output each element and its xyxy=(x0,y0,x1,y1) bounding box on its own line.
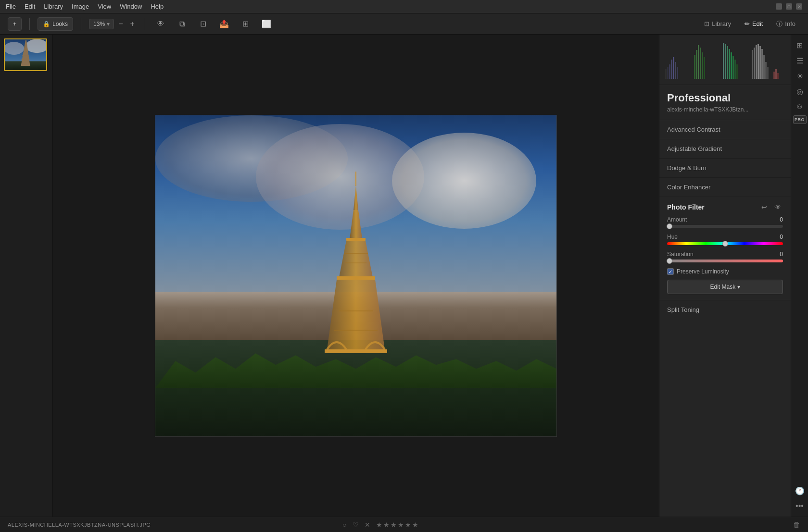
hue-slider-track[interactable] xyxy=(667,242,783,245)
svg-rect-29 xyxy=(700,48,701,79)
saturation-slider-thumb[interactable] xyxy=(667,258,672,264)
amount-label-row: Amount 0 xyxy=(667,216,783,223)
cloud-right xyxy=(392,133,536,229)
heart-icon[interactable]: ♡ xyxy=(353,521,359,529)
amount-slider-row: Amount 0 xyxy=(667,216,783,228)
menu-window[interactable]: Window xyxy=(120,3,142,10)
grid-button[interactable]: ⊞ xyxy=(238,16,253,32)
photo-filter-toggle-button[interactable]: 👁 xyxy=(772,202,783,212)
amount-slider-track[interactable] xyxy=(667,225,783,228)
svg-rect-48 xyxy=(767,67,769,79)
menu-edit[interactable]: Edit xyxy=(25,3,35,10)
profile-filename: alexis-minchella-wTSXKJBtzn... xyxy=(667,106,783,113)
looks-button[interactable]: 🔒 Looks xyxy=(38,17,73,31)
toolbar: + 🔒 Looks 13% ▾ − + 👁 ⧉ ⊡ 📤 ⊞ ⬜ ⊡ Librar… xyxy=(0,13,808,35)
status-bar: ALEXIS-MINCHELLA-WTSXKJBTZNA-UNSPLASH.JP… xyxy=(0,517,808,532)
window-controls: ─ □ ✕ xyxy=(776,3,802,10)
svg-rect-43 xyxy=(758,44,759,79)
maximize-button[interactable]: □ xyxy=(786,3,792,10)
svg-marker-8 xyxy=(354,185,358,210)
filmstrip-item[interactable] xyxy=(4,38,47,71)
svg-rect-42 xyxy=(756,45,757,79)
main-area: Professional alexis-minchella-wTSXKJBtzn… xyxy=(0,35,808,517)
sliders-icon[interactable]: ☰ xyxy=(793,54,807,67)
svg-rect-46 xyxy=(763,55,765,79)
edit-tab-icon: ✏ xyxy=(745,20,750,27)
saturation-label: Saturation xyxy=(667,251,694,258)
adjustment-color-enhancer[interactable]: Color Enhancer xyxy=(659,178,791,197)
right-panel-main: Professional alexis-minchella-wTSXKJBtzn… xyxy=(659,35,791,517)
adjustment-advanced-contrast[interactable]: Advanced Contrast xyxy=(659,120,791,139)
svg-rect-47 xyxy=(765,62,767,79)
pro-badge[interactable]: PRO xyxy=(793,115,807,124)
crop-button[interactable]: ⊡ xyxy=(195,16,211,32)
status-filename: ALEXIS-MINCHELLA-WTSXKJBTZNA-UNSPLASH.JP… xyxy=(8,522,151,528)
svg-rect-10 xyxy=(346,238,366,241)
circle-icon[interactable]: ○ xyxy=(342,521,346,529)
profile-section: Professional alexis-minchella-wTSXKJBtzn… xyxy=(659,85,791,120)
preview-button[interactable]: 👁 xyxy=(153,16,168,32)
zoom-increase-button[interactable]: + xyxy=(127,19,137,29)
trash-icon[interactable]: 🗑 xyxy=(793,520,800,529)
svg-rect-41 xyxy=(754,48,755,79)
export-button[interactable]: 📤 xyxy=(216,16,232,32)
svg-rect-27 xyxy=(696,50,697,79)
hue-slider-row: Hue 0 xyxy=(667,234,783,245)
edit-mask-button[interactable]: Edit Mask ▾ xyxy=(667,280,783,294)
saturation-value: 0 xyxy=(780,251,783,258)
saturation-slider-track[interactable] xyxy=(667,260,783,262)
filmstrip-panel xyxy=(0,35,53,517)
hue-slider-thumb[interactable] xyxy=(722,241,728,247)
fullscreen-button[interactable]: ⬜ xyxy=(259,16,274,32)
layers-icon[interactable]: ⊞ xyxy=(793,38,807,52)
tab-edit[interactable]: ✏ Edit xyxy=(740,18,768,29)
svg-rect-25 xyxy=(677,67,678,79)
canvas-area xyxy=(53,35,659,517)
menu-bar: File Edit Library Image View Window Help… xyxy=(0,0,808,13)
saturation-slider-row: Saturation 0 xyxy=(667,251,783,262)
photo-filter-section: Photo Filter ↩ 👁 Amount 0 xyxy=(659,197,791,300)
looks-label: Looks xyxy=(52,21,68,27)
zoom-control: 13% ▾ − + xyxy=(89,19,137,29)
menu-image[interactable]: Image xyxy=(72,3,89,10)
photo-filter-header-controls: ↩ 👁 xyxy=(759,202,783,212)
adjustment-adjustable-gradient[interactable]: Adjustable Gradient xyxy=(659,139,791,159)
amount-slider-thumb[interactable] xyxy=(667,223,672,229)
tab-info[interactable]: ⓘ Info xyxy=(771,18,800,30)
separator-1 xyxy=(29,18,30,30)
menu-view[interactable]: View xyxy=(98,3,111,10)
history-icon[interactable]: 🕐 xyxy=(793,484,807,497)
svg-rect-12 xyxy=(337,276,375,280)
info-tab-icon: ⓘ xyxy=(776,20,783,28)
svg-marker-11 xyxy=(339,241,373,277)
histogram-svg xyxy=(665,40,781,79)
color-palette-icon[interactable]: ◎ xyxy=(793,85,807,98)
tab-library[interactable]: ⊡ Library xyxy=(699,18,736,29)
adjustment-dodge-burn[interactable]: Dodge & Burn xyxy=(659,159,791,178)
svg-rect-20 xyxy=(667,67,669,79)
preserve-luminosity-checkbox[interactable] xyxy=(667,268,674,275)
menu-library[interactable]: Library xyxy=(44,3,63,10)
light-icon[interactable]: ☀ xyxy=(793,69,807,83)
star-rating[interactable]: ★★★★★★ xyxy=(376,521,419,529)
photo-filter-reset-button[interactable]: ↩ xyxy=(759,202,770,212)
reject-icon[interactable]: ✕ xyxy=(365,521,370,529)
zoom-decrease-button[interactable]: − xyxy=(116,19,126,29)
split-toning-item[interactable]: Split Toning xyxy=(659,300,791,319)
menu-file[interactable]: File xyxy=(6,3,16,10)
menu-help[interactable]: Help xyxy=(151,3,164,10)
more-icon[interactable]: ••• xyxy=(793,499,807,513)
hue-label: Hue xyxy=(667,234,678,240)
svg-rect-34 xyxy=(727,46,728,79)
svg-rect-14 xyxy=(325,349,387,353)
minimize-button[interactable]: ─ xyxy=(776,3,782,10)
svg-rect-35 xyxy=(729,49,730,79)
zoom-dropdown-icon[interactable]: ▾ xyxy=(107,21,110,27)
add-button[interactable]: + xyxy=(8,17,22,31)
saturation-label-row: Saturation 0 xyxy=(667,251,783,258)
close-button[interactable]: ✕ xyxy=(796,3,802,10)
filmstrip-thumbnail xyxy=(5,39,46,70)
face-icon[interactable]: ☺ xyxy=(793,100,807,113)
compare-button[interactable]: ⧉ xyxy=(174,16,189,32)
amount-value: 0 xyxy=(780,216,783,223)
